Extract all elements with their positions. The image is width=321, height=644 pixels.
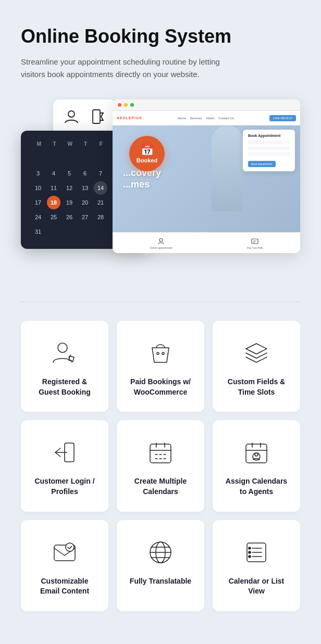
cal-day-4[interactable]: 4	[47, 167, 60, 180]
svg-point-20	[66, 543, 74, 551]
feature-icon-list-view	[241, 537, 272, 568]
cal-empty[interactable]	[47, 152, 60, 166]
feature-card-custom-fields: Custom Fields & Time Slots	[213, 321, 300, 412]
browser-minimize-dot	[124, 103, 128, 107]
footer-pay-bills: Pay Your Bills	[247, 237, 263, 249]
feature-label-customer-login: Customer Login / Profiles	[31, 476, 98, 497]
svg-point-28	[249, 551, 251, 553]
book-appointment-card: Book Appointment Book Appointment	[243, 130, 295, 171]
cal-day-10[interactable]: 10	[31, 181, 45, 195]
svg-point-5	[157, 352, 159, 355]
feature-card-assign-calendars: Assign Calendars to Agents	[213, 420, 300, 511]
nav-contact: Contact Us	[218, 117, 234, 120]
page-title: Online Booking System	[21, 25, 300, 47]
cal-day-24[interactable]: 24	[31, 210, 45, 224]
day-name-m: M	[31, 141, 47, 147]
cal-day-17[interactable]: 17	[31, 196, 45, 209]
footer-online-appt: Online appointment	[150, 237, 172, 249]
section-divider	[21, 301, 300, 302]
svg-point-27	[249, 547, 251, 549]
feature-card-customer-login: Customer Login / Profiles	[21, 420, 108, 511]
svg-point-0	[68, 111, 75, 117]
browser-footer: Online appointment Pay Your Bills	[113, 232, 300, 253]
feature-label-translatable: Fully Translatable	[130, 576, 191, 587]
cal-day-20[interactable]: 20	[78, 196, 92, 209]
day-name-w: W	[62, 141, 78, 147]
cal-day-14[interactable]: 14	[94, 181, 107, 195]
feature-card-email: Customizable Email Content	[21, 520, 108, 611]
login-widget	[53, 99, 116, 134]
cal-day-31[interactable]: 31	[31, 225, 45, 238]
person-silhouette	[212, 125, 243, 211]
features-grid: Registered & Guest Booking Paid Bookings…	[21, 321, 300, 611]
browser-logo: AESLEPIUS	[117, 116, 142, 120]
book-appt-submit[interactable]: Book Appointment	[248, 161, 276, 167]
feature-label-list-view: Calendar or List View	[223, 576, 290, 597]
book-appt-field-2	[248, 146, 290, 150]
cal-day-5[interactable]: 5	[63, 167, 76, 180]
nav-services: Services	[190, 117, 202, 120]
cal-day-21[interactable]: 21	[94, 196, 107, 209]
svg-point-29	[249, 555, 251, 558]
svg-point-2	[159, 238, 163, 242]
cal-day-25[interactable]: 25	[47, 210, 60, 224]
hero-section: M T W T F S S 1 2 3 4 5 6	[21, 99, 300, 276]
calendar-check-icon: 📅	[141, 144, 154, 156]
feature-icon-paid-bookings	[145, 337, 176, 369]
footer-pay-bills-label: Pay Your Bills	[247, 246, 263, 249]
booked-badge: 📅 Booked	[129, 136, 165, 171]
cal-empty[interactable]	[94, 152, 107, 166]
browser-cta-button[interactable]: 1-800-456-56-57	[269, 115, 296, 121]
cal-day-19[interactable]: 19	[63, 196, 76, 209]
globe-icon	[147, 539, 174, 566]
browser-top-bar	[113, 99, 300, 111]
cal-day-6[interactable]: 6	[78, 167, 92, 180]
cal-empty[interactable]	[78, 152, 92, 166]
feature-label-multiple-calendars: Create Multiple Calendars	[127, 476, 194, 497]
svg-marker-7	[246, 344, 267, 354]
cal-day-11[interactable]: 11	[47, 181, 60, 195]
day-name-t1: T	[47, 141, 63, 147]
feature-icon-custom-fields	[241, 337, 272, 369]
feature-icon-customer-login	[49, 437, 80, 468]
feature-label-registered-guest: Registered & Guest Booking	[31, 377, 98, 397]
cal-day-27[interactable]: 27	[78, 210, 92, 224]
day-name-f: F	[93, 141, 109, 147]
list-view-icon	[243, 539, 270, 566]
cal-day-12[interactable]: 12	[63, 181, 76, 195]
book-appt-field-3	[248, 152, 290, 156]
feature-icon-assign-calendars	[241, 437, 272, 468]
feature-icon-multiple-calendars	[145, 437, 176, 468]
feature-icon-translatable	[145, 537, 176, 568]
svg-rect-1	[93, 110, 100, 123]
pay-bills-icon	[251, 237, 259, 245]
cal-day-26[interactable]: 26	[63, 210, 76, 224]
feature-label-email: Customizable Email Content	[31, 576, 98, 597]
browser-mockup: AESLEPIUS Home Services About Contact Us…	[113, 99, 300, 253]
user-icon	[63, 108, 80, 125]
shopping-bag-icon	[147, 339, 174, 367]
cal-empty[interactable]	[63, 152, 76, 166]
browser-nav-links: Home Services About Contact Us	[178, 117, 234, 120]
cal-day-7[interactable]: 7	[94, 167, 107, 180]
email-icon	[51, 539, 78, 566]
cal-empty[interactable]	[31, 152, 45, 166]
feature-card-multiple-calendars: Create Multiple Calendars	[117, 420, 204, 511]
nav-home: Home	[178, 117, 186, 120]
cal-day-13[interactable]: 13	[78, 181, 92, 195]
svg-rect-9	[150, 444, 171, 463]
cal-day-3[interactable]: 3	[31, 167, 45, 180]
feature-label-paid-bookings: Paid Bookings w/ WooCommerce	[127, 377, 194, 397]
book-appt-field-1	[248, 141, 290, 144]
feature-label-assign-calendars: Assign Calendars to Agents	[223, 476, 290, 497]
feature-icon-email	[49, 537, 80, 568]
browser-content: AESLEPIUS Home Services About Contact Us…	[113, 111, 300, 253]
browser-maximize-dot	[130, 103, 134, 107]
layers-icon	[243, 339, 270, 367]
cal-day-28[interactable]: 28	[94, 210, 107, 224]
day-name-t2: T	[78, 141, 93, 147]
feature-card-paid-bookings: Paid Bookings w/ WooCommerce	[117, 321, 204, 412]
svg-point-4	[58, 343, 67, 352]
cal-day-18-today[interactable]: 18	[47, 196, 60, 209]
nav-about: About	[206, 117, 215, 120]
